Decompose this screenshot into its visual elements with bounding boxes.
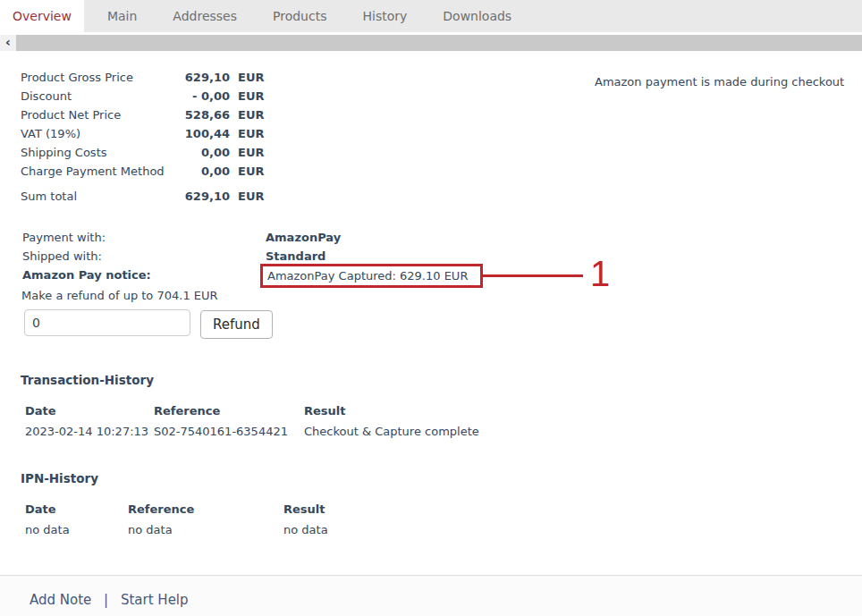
ipn-date: no data: [25, 519, 128, 540]
amazon-payment-note: Amazon payment is made during checkout: [595, 75, 844, 89]
price-row-value: 0,00: [174, 143, 230, 162]
transaction-result: Checkout & Capture complete: [304, 421, 479, 442]
payment-with-label: Payment with:: [22, 231, 106, 244]
tab-downloads[interactable]: Downloads: [430, 0, 524, 32]
tab-addresses[interactable]: Addresses: [160, 0, 249, 32]
price-row: Discount - 0,00 EUR: [21, 87, 264, 105]
payment-with-value: AmazonPay: [266, 231, 341, 244]
price-row-label: Discount: [21, 87, 174, 105]
price-row-currency: EUR: [230, 87, 264, 105]
price-row: VAT (19%) 100,44 EUR: [21, 124, 264, 143]
column-header-result: Result: [283, 499, 328, 519]
ipn-history-table: Date Reference Result no data no data no…: [25, 499, 328, 540]
refund-amount-input[interactable]: [24, 309, 190, 336]
price-row-value: 528,66: [174, 105, 230, 124]
price-row-currency: EUR: [230, 143, 264, 162]
scrollbar-thumb[interactable]: [16, 35, 862, 51]
column-header-reference: Reference: [154, 401, 304, 421]
tab-main[interactable]: Main: [95, 0, 149, 32]
column-header-date: Date: [25, 401, 154, 421]
add-note-link[interactable]: Add Note: [30, 592, 91, 608]
price-row-value: - 0,00: [174, 87, 230, 105]
price-row-currency: EUR: [230, 68, 264, 87]
transaction-reference: S02-7540161-6354421: [154, 421, 304, 442]
price-row-currency: EUR: [230, 162, 264, 181]
ipn-result: no data: [283, 519, 328, 540]
footer-separator: |: [104, 592, 108, 608]
transaction-history-title: Transaction-History: [21, 373, 154, 387]
ipn-history-title: IPN-History: [21, 471, 98, 485]
price-total-row: Sum total 629,10 EUR: [21, 187, 264, 206]
column-header-result: Result: [304, 401, 479, 421]
column-header-reference: Reference: [128, 499, 283, 519]
footer-bar: Add Note | Start Help: [0, 575, 862, 616]
price-row-currency: EUR: [230, 124, 264, 143]
footer-links: Add Note | Start Help: [0, 576, 862, 608]
transaction-header-row: Date Reference Result: [25, 401, 479, 421]
price-summary-table: Product Gross Price 629,10 EUR Discount …: [21, 68, 264, 206]
column-header-date: Date: [25, 499, 128, 519]
price-row: Product Gross Price 629,10 EUR: [21, 68, 264, 87]
annotation-callout-line: [483, 274, 583, 277]
tab-overview[interactable]: Overview: [0, 0, 84, 32]
ipn-reference: no data: [128, 519, 283, 540]
ipn-header-row: Date Reference Result: [25, 499, 328, 519]
price-row: Product Net Price 528,66 EUR: [21, 105, 264, 124]
table-row: no data no data no data: [25, 519, 328, 540]
price-row-value: 100,44: [174, 124, 230, 143]
scroll-left-button[interactable]: ‹: [0, 35, 16, 51]
horizontal-scrollbar: ‹: [0, 35, 862, 51]
price-total-value: 629,10: [174, 187, 230, 206]
price-row: Shipping Costs 0,00 EUR: [21, 143, 264, 162]
annotation-number: 1: [590, 256, 610, 291]
refund-button[interactable]: Refund: [200, 310, 273, 339]
refund-hint: Make a refund of up to 704.1 EUR: [21, 289, 218, 302]
transaction-history-table: Date Reference Result 2023-02-14 10:27:1…: [25, 401, 479, 442]
price-row: Charge Payment Method 0,00 EUR: [21, 162, 264, 181]
tab-bar: Overview Main Addresses Products History…: [0, 0, 862, 32]
start-help-link[interactable]: Start Help: [121, 592, 189, 608]
price-row-value: 629,10: [174, 68, 230, 87]
shipped-with-value: Standard: [266, 249, 325, 263]
amazon-pay-notice-label: Amazon Pay notice:: [22, 268, 151, 282]
price-row-value: 0,00: [174, 162, 230, 181]
transaction-date: 2023-02-14 10:27:13: [25, 421, 154, 442]
price-total-label: Sum total: [21, 187, 174, 206]
table-row: 2023-02-14 10:27:13 S02-7540161-6354421 …: [25, 421, 479, 442]
tab-history[interactable]: History: [350, 0, 419, 32]
amazon-pay-notice-value: AmazonPay Captured: 629.10 EUR: [267, 269, 468, 283]
chevron-left-icon: ‹: [5, 35, 11, 49]
order-detail-window: Overview Main Addresses Products History…: [0, 0, 862, 616]
price-row-label: Charge Payment Method: [21, 162, 174, 181]
tab-products[interactable]: Products: [260, 0, 339, 32]
price-total-currency: EUR: [230, 187, 264, 206]
price-row-currency: EUR: [230, 105, 264, 124]
shipped-with-label: Shipped with:: [22, 249, 102, 263]
price-row-label: Product Gross Price: [21, 68, 174, 87]
price-row-label: Product Net Price: [21, 105, 174, 124]
price-row-label: VAT (19%): [21, 124, 174, 143]
price-row-label: Shipping Costs: [21, 143, 174, 162]
annotation-box-1: AmazonPay Captured: 629.10 EUR: [260, 264, 483, 288]
